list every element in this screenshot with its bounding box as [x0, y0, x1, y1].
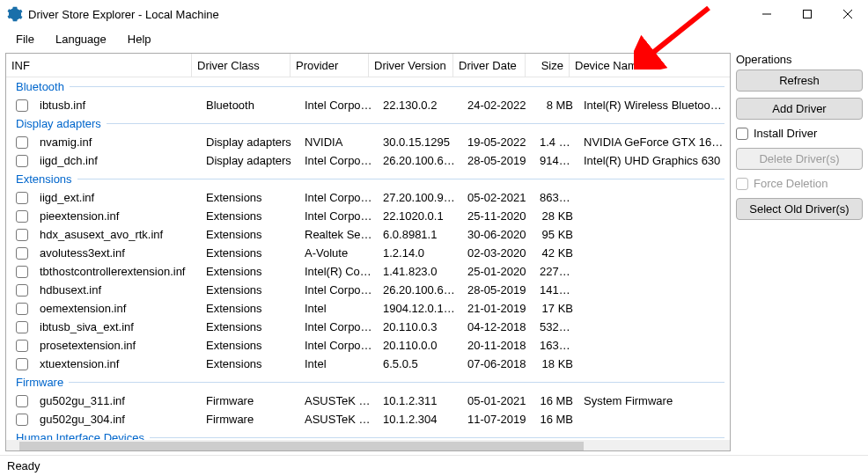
- table-row[interactable]: hdbusext.infExtensionsIntel Corpora...26…: [6, 281, 730, 299]
- cell-class: Display adapters: [201, 154, 299, 167]
- status-text: Ready: [7, 459, 40, 472]
- column-header-date[interactable]: Driver Date: [453, 54, 526, 77]
- cell-provider: Realtek Semi...: [299, 228, 378, 241]
- cell-provider: NVIDIA: [299, 135, 378, 149]
- cell-class: Extensions: [201, 357, 299, 370]
- table-row[interactable]: prosetextension.infExtensionsIntel Corpo…: [6, 336, 730, 355]
- cell-version: 26.20.100.6911: [378, 283, 462, 297]
- row-checkbox[interactable]: [16, 284, 28, 297]
- cell-date: 20-11-2018: [462, 339, 534, 352]
- group-header[interactable]: Bluetooth: [6, 77, 730, 96]
- cell-class: Extensions: [201, 246, 299, 260]
- menu-help[interactable]: Help: [119, 31, 160, 48]
- maximize-button[interactable]: [787, 0, 828, 28]
- table-row[interactable]: nvamig.infDisplay adaptersNVIDIA30.0.15.…: [6, 133, 730, 151]
- cell-date: 25-11-2020: [462, 209, 534, 223]
- cell-size: 8 MB: [534, 99, 578, 112]
- cell-provider: A-Volute: [299, 246, 378, 260]
- row-checkbox[interactable]: [16, 192, 28, 204]
- refresh-button[interactable]: Refresh: [736, 70, 863, 92]
- group-name: Firmware: [16, 376, 63, 389]
- table-row[interactable]: hdx_asusext_avo_rtk.infExtensionsRealtek…: [6, 225, 730, 244]
- group-name: Human Interface Devices: [16, 431, 144, 440]
- table-row[interactable]: xtuextension.infExtensionsIntel6.5.0.507…: [6, 355, 730, 373]
- cell-size: 227 KB: [534, 265, 578, 278]
- row-checkbox[interactable]: [16, 136, 28, 149]
- table-row[interactable]: ibtusb.infBluetoothIntel Corpora...22.13…: [6, 96, 730, 114]
- table-row[interactable]: gu502gu_311.infFirmwareASUSTeK CO...10.1…: [6, 392, 730, 410]
- cell-class: Extensions: [201, 228, 299, 241]
- titlebar: Driver Store Explorer - Local Machine: [0, 0, 868, 28]
- table-row[interactable]: oemextension.infExtensionsIntel1904.12.0…: [6, 299, 730, 318]
- column-header-inf[interactable]: INF: [6, 54, 192, 77]
- row-checkbox[interactable]: [16, 247, 28, 260]
- install-driver-checkbox[interactable]: Install Driver: [736, 127, 863, 140]
- cell-class: Extensions: [201, 302, 299, 315]
- cell-date: 05-02-2021: [462, 191, 534, 204]
- column-header-version[interactable]: Driver Version: [369, 54, 453, 77]
- cell-version: 27.20.100.9268: [378, 191, 462, 204]
- svg-rect-1: [804, 11, 812, 18]
- cell-size: 16 MB: [534, 394, 578, 407]
- cell-size: 42 KB: [534, 246, 578, 260]
- close-button[interactable]: [828, 0, 868, 28]
- cell-version: 26.20.100.6911: [378, 154, 462, 167]
- cell-date: 07-06-2018: [462, 357, 534, 370]
- row-checkbox[interactable]: [16, 155, 28, 167]
- horizontal-scrollbar[interactable]: [6, 440, 730, 450]
- group-header[interactable]: Firmware: [6, 373, 730, 392]
- cell-class: Extensions: [201, 265, 299, 278]
- cell-inf: ibtusb_siva_ext.inf: [34, 320, 201, 333]
- table-row[interactable]: avolutess3ext.infExtensionsA-Volute1.2.1…: [6, 244, 730, 262]
- delete-driver-button[interactable]: Delete Driver(s): [736, 148, 863, 170]
- table-row[interactable]: ibtusb_siva_ext.infExtensionsIntel Corpo…: [6, 318, 730, 336]
- cell-class: Extensions: [201, 191, 299, 204]
- cell-provider: Intel: [299, 357, 378, 370]
- group-header[interactable]: Human Interface Devices: [6, 428, 730, 440]
- row-checkbox[interactable]: [16, 395, 28, 407]
- row-checkbox[interactable]: [16, 358, 28, 370]
- row-checkbox[interactable]: [16, 99, 28, 112]
- group-header[interactable]: Display adapters: [6, 114, 730, 133]
- cell-version: 30.0.15.1295: [378, 135, 462, 149]
- cell-size: 914 MB: [534, 154, 578, 167]
- row-checkbox[interactable]: [16, 266, 28, 278]
- column-header-device[interactable]: Device Name: [570, 54, 730, 77]
- operations-pane: Operations Refresh Add Driver Install Dr…: [736, 53, 863, 451]
- add-driver-button[interactable]: Add Driver: [736, 98, 863, 120]
- cell-class: Extensions: [201, 209, 299, 223]
- table-body[interactable]: Bluetoothibtusb.infBluetoothIntel Corpor…: [6, 77, 730, 440]
- minimize-button[interactable]: [747, 0, 787, 28]
- table-row[interactable]: tbthostcontrollerextension.infExtensions…: [6, 262, 730, 281]
- cell-date: 19-05-2022: [462, 135, 534, 149]
- select-old-button[interactable]: Select Old Driver(s): [736, 198, 863, 220]
- row-checkbox[interactable]: [16, 303, 28, 315]
- cell-inf: xtuextension.inf: [34, 357, 201, 370]
- column-header-class[interactable]: Driver Class: [192, 54, 291, 77]
- scrollbar-thumb[interactable]: [19, 442, 584, 450]
- row-checkbox[interactable]: [16, 229, 28, 241]
- table-row[interactable]: gu502gu_304.infFirmwareASUSTeK CO...10.1…: [6, 410, 730, 428]
- cell-provider: Intel Corpora...: [299, 191, 378, 204]
- table-row[interactable]: iigd_ext.infExtensionsIntel Corpora...27…: [6, 188, 730, 207]
- column-header-size[interactable]: Size: [526, 54, 570, 77]
- table-row[interactable]: iigd_dch.infDisplay adaptersIntel Corpor…: [6, 151, 730, 170]
- menu-language[interactable]: Language: [47, 31, 115, 48]
- row-checkbox[interactable]: [16, 340, 28, 352]
- cell-inf: hdbusext.inf: [34, 283, 201, 297]
- cell-provider: Intel Corpora...: [299, 283, 378, 297]
- group-name: Display adapters: [16, 117, 101, 130]
- group-header[interactable]: Extensions: [6, 170, 730, 188]
- row-checkbox[interactable]: [16, 414, 28, 426]
- group-divider: [150, 437, 725, 438]
- row-checkbox[interactable]: [16, 210, 28, 223]
- window-title: Driver Store Explorer - Local Machine: [28, 8, 219, 21]
- row-checkbox[interactable]: [16, 321, 28, 333]
- menu-file[interactable]: File: [7, 31, 43, 48]
- group-divider: [107, 123, 725, 124]
- cell-size: 18 KB: [534, 357, 578, 370]
- column-header-provider[interactable]: Provider: [291, 54, 369, 77]
- cell-size: 1.4 GB: [534, 135, 578, 149]
- cell-date: 02-03-2020: [462, 246, 534, 260]
- table-row[interactable]: pieextension.infExtensionsIntel Corpora.…: [6, 207, 730, 225]
